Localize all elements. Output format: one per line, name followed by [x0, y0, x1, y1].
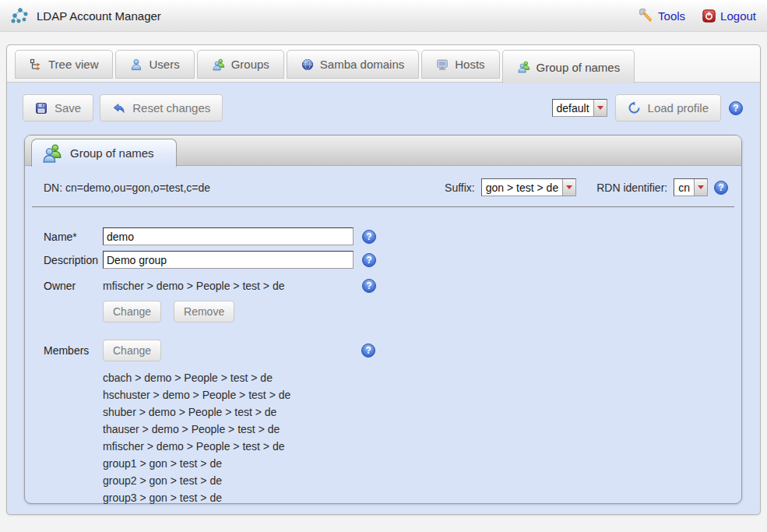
save-button[interactable]: Save [23, 94, 93, 122]
tab-group-of-names[interactable]: Group of names [502, 50, 635, 83]
description-row: Description ? [44, 251, 741, 269]
group-form: Name* ? Description ? Owner mfischer > d… [25, 207, 741, 506]
profile-select-arrow [593, 100, 607, 116]
group-of-names-panel: Group of names DN: cn=demo,ou=gon,o=test… [24, 135, 742, 504]
load-profile-label: Load profile [648, 101, 709, 115]
tab-users[interactable]: Users [115, 50, 194, 79]
logout-link[interactable]: Logout [702, 9, 756, 23]
rdn-identifier-label: RDN identifier: [596, 181, 667, 194]
profile-select-value: default [553, 100, 593, 116]
toolbar: Save Reset changes default Load profile … [7, 83, 760, 122]
tab-groups[interactable]: Groups [197, 50, 284, 79]
group-of-names-icon [517, 61, 530, 73]
load-profile-button[interactable]: Load profile [615, 94, 721, 122]
suffix-select-value: gon > test > de [482, 179, 562, 196]
member-item: hschuster > demo > People > test > de [103, 386, 741, 403]
rdn-select-value: cn [674, 179, 694, 196]
save-floppy-icon [35, 102, 47, 115]
dn-text: DN: cn=demo,ou=gon,o=test,c=de [44, 181, 210, 194]
tab-samba-domains[interactable]: Samba domains [287, 50, 419, 79]
tools-label: Tools [658, 9, 685, 23]
name-label: Name* [44, 231, 103, 243]
members-change-button[interactable]: Change [103, 340, 161, 361]
dn-row: DN: cn=demo,ou=gon,o=test,c=de Suffix: g… [32, 166, 734, 207]
suffix-label: Suffix: [445, 181, 475, 194]
owner-label: Owner [44, 280, 103, 292]
owner-row: Owner mfischer > demo > People > test > … [44, 279, 741, 293]
tab-label: Users [149, 58, 179, 71]
host-computer-icon [436, 58, 449, 71]
members-label: Members [44, 344, 103, 357]
member-item: group2 > gon > test > de [103, 472, 741, 489]
owner-change-button[interactable]: Change [103, 301, 161, 322]
suffix-select-arrow [562, 179, 575, 196]
tab-label: Hosts [455, 58, 484, 71]
tab-label: Tree view [48, 58, 98, 71]
description-label: Description [44, 254, 103, 266]
globe-icon [301, 58, 314, 71]
member-item: group3 > gon > test > de [103, 489, 741, 506]
save-label: Save [55, 101, 81, 115]
tab-tree-view[interactable]: Tree view [15, 50, 113, 79]
members-row: Members Change ? [44, 340, 741, 361]
reset-changes-button[interactable]: Reset changes [100, 94, 223, 122]
name-input[interactable] [103, 227, 354, 245]
owner-remove-button[interactable]: Remove [174, 301, 234, 322]
logout-label: Logout [720, 9, 756, 23]
member-item: cbach > demo > People > test > de [103, 369, 741, 386]
reset-changes-label: Reset changes [132, 101, 210, 115]
group-of-names-icon [41, 143, 62, 164]
main-container: Tree view Users Groups [6, 44, 761, 515]
top-header-bar: LDAP Account Manager Tools Logout [0, 0, 767, 32]
main-tab-bar: Tree view Users Groups [7, 45, 760, 83]
group-icon [212, 58, 225, 71]
logout-power-icon [702, 9, 716, 23]
lam-logo-icon [11, 6, 30, 25]
rdn-select-arrow [694, 179, 707, 196]
toolbar-help-icon[interactable]: ? [729, 101, 743, 115]
name-help-icon[interactable]: ? [362, 230, 376, 244]
panel-header-strip: Group of names [25, 136, 741, 166]
owner-help-icon[interactable]: ? [362, 279, 376, 293]
user-icon [130, 58, 142, 71]
member-item: mfischer > demo > People > test > de [103, 438, 741, 455]
owner-buttons-row: Change Remove [103, 301, 741, 322]
tab-hosts[interactable]: Hosts [421, 50, 499, 79]
rdn-select[interactable]: cn [674, 178, 708, 196]
wrench-icon [639, 9, 653, 23]
undo-arrow-icon [112, 102, 125, 115]
tab-label: Groups [231, 58, 269, 71]
app-title: LDAP Account Manager [37, 9, 161, 23]
tools-link[interactable]: Tools [639, 9, 685, 23]
owner-value: mfischer > demo > People > test > de [103, 280, 354, 292]
description-help-icon[interactable]: ? [362, 253, 376, 267]
members-help-icon[interactable]: ? [361, 344, 375, 358]
suffix-select[interactable]: gon > test > de [481, 178, 576, 196]
panel-tab-group-of-names[interactable]: Group of names [31, 139, 177, 167]
reload-circle-icon [628, 101, 641, 115]
profile-select[interactable]: default [552, 99, 607, 117]
tree-view-icon [30, 58, 42, 71]
member-item: thauser > demo > People > test > de [103, 421, 741, 438]
member-item: shuber > demo > People > test > de [103, 403, 741, 421]
panel-tab-label: Group of names [70, 146, 154, 160]
member-item: group1 > gon > test > de [103, 455, 741, 472]
tab-label: Samba domains [320, 58, 404, 71]
rdn-help-icon[interactable]: ? [714, 181, 728, 195]
name-row: Name* ? [44, 227, 741, 245]
members-list: cbach > demo > People > test > de hschus… [103, 369, 741, 506]
description-input[interactable] [103, 251, 354, 269]
tab-label: Group of names [537, 61, 621, 74]
